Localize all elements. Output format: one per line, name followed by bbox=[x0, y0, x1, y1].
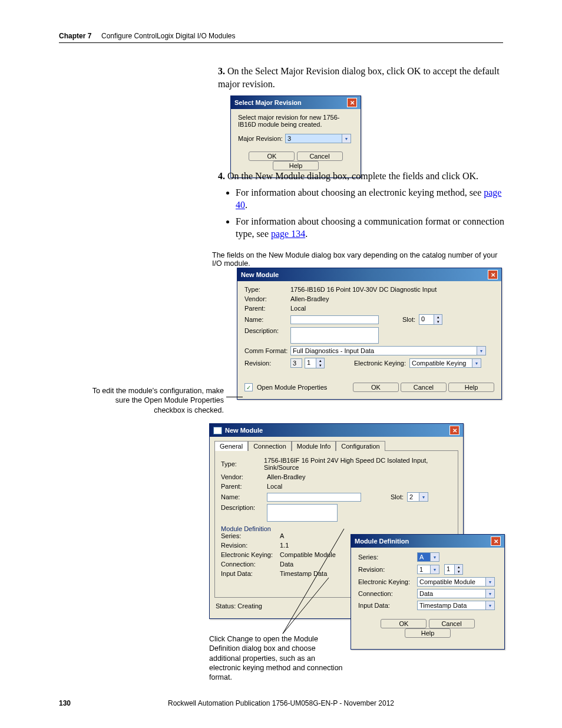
type-label: Type: bbox=[244, 286, 290, 293]
bullet-item: For information about choosing an electr… bbox=[236, 186, 507, 212]
step-text: On the New Module dialog box, complete t… bbox=[227, 171, 478, 181]
series-dropdown[interactable]: A ▾ bbox=[417, 552, 439, 562]
step-number: 4. bbox=[218, 171, 225, 181]
series-label: Series: bbox=[358, 554, 417, 561]
dialog-titlebar: Select Major Revision ✕ bbox=[231, 96, 361, 109]
name-label: Name: bbox=[221, 493, 267, 500]
vendor-value: Allen-Bradley bbox=[290, 295, 329, 302]
chevron-down-icon: ▾ bbox=[485, 578, 494, 586]
chapter-title: Configure ControlLogix Digital I/O Modul… bbox=[101, 32, 235, 40]
input-data-label: Input Data: bbox=[358, 602, 417, 609]
name-input[interactable] bbox=[290, 315, 379, 324]
connection-dropdown[interactable]: Data ▾ bbox=[417, 589, 495, 598]
ok-button[interactable]: OK bbox=[381, 619, 427, 628]
chevron-down-icon: ▾ bbox=[455, 569, 462, 574]
revision-minor-value: 1 bbox=[305, 358, 316, 368]
revision-minor-spinner[interactable]: 1 ▴▾ bbox=[444, 564, 463, 575]
dialog-titlebar: New Module ✕ bbox=[210, 424, 463, 437]
dialog-titlebar: Module Definition ✕ bbox=[351, 535, 504, 548]
dialog-message: Select major revision for new 1756-IB16D… bbox=[238, 114, 353, 128]
vendor-value: Allen-Bradley bbox=[267, 473, 305, 480]
chevron-up-icon: ▴ bbox=[316, 358, 324, 363]
input-data-dropdown[interactable]: Timestamp Data ▾ bbox=[417, 601, 495, 610]
parent-label: Parent: bbox=[244, 305, 290, 312]
electronic-keying-dropdown[interactable]: Compatible Keying ▾ bbox=[409, 358, 481, 368]
close-icon[interactable]: ✕ bbox=[449, 426, 459, 435]
series-label: Series: bbox=[221, 532, 280, 539]
electronic-keying-label: Electronic Keying: bbox=[354, 360, 406, 367]
ek-value: Compatible Module bbox=[280, 551, 336, 558]
ok-button[interactable]: OK bbox=[353, 383, 399, 392]
slot-spinner[interactable]: 0 ▴▾ bbox=[419, 314, 442, 325]
annotation-change-button: Click Change to open the Module Definiti… bbox=[209, 634, 348, 682]
input-data-value: Timestamp Data bbox=[418, 601, 485, 610]
help-button[interactable]: Help bbox=[405, 628, 451, 638]
chevron-up-icon: ▴ bbox=[434, 315, 442, 319]
vendor-label: Vendor: bbox=[221, 473, 267, 480]
help-button[interactable]: Help bbox=[273, 161, 319, 170]
name-input[interactable] bbox=[267, 493, 361, 502]
parent-value: Local bbox=[290, 305, 306, 312]
slot-dropdown[interactable]: 2 ▾ bbox=[407, 492, 428, 502]
comm-format-dropdown[interactable]: Full Diagnostics - Input Data ▾ bbox=[290, 346, 486, 355]
ok-button[interactable]: OK bbox=[249, 151, 295, 161]
cancel-button[interactable]: Cancel bbox=[429, 619, 475, 628]
major-revision-dropdown[interactable]: 3 ▾ bbox=[285, 134, 351, 143]
dialog-title: Select Major Revision bbox=[234, 99, 302, 106]
parent-label: Parent: bbox=[221, 483, 267, 490]
step-4: 4. On the New Module dialog box, complet… bbox=[218, 170, 507, 244]
tab-connection[interactable]: Connection bbox=[248, 441, 292, 451]
description-input[interactable] bbox=[267, 504, 338, 522]
revision-major-dropdown[interactable]: 1 ▾ bbox=[417, 565, 439, 574]
module-definition-dialog: Module Definition ✕ Series: A ▾ Revision… bbox=[351, 534, 505, 650]
note-fields-vary: The fields on the New Module dialog box … bbox=[212, 251, 507, 268]
step-number: 3. bbox=[218, 66, 225, 76]
ek-dropdown[interactable]: Compatible Module ▾ bbox=[417, 577, 495, 587]
chevron-down-icon: ▾ bbox=[472, 359, 481, 367]
type-label: Type: bbox=[221, 460, 264, 467]
chevron-down-icon: ▾ bbox=[316, 363, 324, 368]
annotation-line bbox=[226, 397, 243, 397]
annotation-open-properties: To edit the module's configuration, make… bbox=[88, 386, 224, 415]
revision-major: 3 bbox=[290, 358, 302, 368]
page-header: Chapter 7 Configure ControlLogix Digital… bbox=[59, 32, 503, 43]
major-revision-label: Major Revision: bbox=[238, 135, 285, 142]
new-module-dialog-1: New Module ✕ Type:1756-IB16D 16 Point 10… bbox=[237, 268, 502, 400]
cancel-button[interactable]: Cancel bbox=[401, 383, 447, 392]
name-label: Name: bbox=[244, 316, 290, 323]
step-text: On the Select Major Revision dialog box,… bbox=[218, 66, 500, 89]
connection-label: Connection: bbox=[221, 561, 280, 568]
revision-label: Revision: bbox=[221, 542, 280, 549]
revision-value: 1.1 bbox=[280, 542, 289, 549]
chevron-down-icon: ▾ bbox=[342, 134, 351, 143]
chevron-down-icon: ▾ bbox=[477, 347, 485, 355]
connection-value: Data bbox=[418, 589, 485, 598]
input-data-value: Timestamp Data bbox=[280, 570, 327, 577]
tab-configuration[interactable]: Configuration bbox=[336, 441, 385, 451]
ek-label: Electronic Keying: bbox=[358, 578, 417, 585]
ek-value: Compatible Keying bbox=[410, 359, 472, 367]
revision-minor-value: 1 bbox=[444, 564, 455, 575]
module-definition-group: Module Definition bbox=[221, 525, 452, 532]
tab-module-info[interactable]: Module Info bbox=[292, 441, 336, 451]
slot-label: Slot: bbox=[402, 316, 415, 323]
comm-format-value: Full Diagnostics - Input Data bbox=[291, 347, 477, 355]
revision-label: Revision: bbox=[244, 360, 290, 367]
description-label: Description: bbox=[244, 327, 290, 334]
chevron-down-icon: ▾ bbox=[434, 319, 442, 324]
close-icon[interactable]: ✕ bbox=[488, 270, 498, 279]
help-button[interactable]: Help bbox=[448, 383, 494, 392]
open-module-properties-checkbox[interactable]: ✓ bbox=[244, 383, 253, 391]
tab-general[interactable]: General bbox=[214, 441, 248, 451]
vendor-label: Vendor: bbox=[244, 295, 290, 302]
page-134-link[interactable]: page 134 bbox=[271, 229, 305, 239]
revision-major-value: 1 bbox=[418, 565, 430, 574]
slot-value: 2 bbox=[408, 493, 419, 501]
connection-value: Data bbox=[280, 561, 293, 568]
cancel-button[interactable]: Cancel bbox=[297, 151, 343, 161]
close-icon[interactable]: ✕ bbox=[347, 98, 357, 107]
description-input[interactable] bbox=[290, 327, 379, 344]
revision-minor-spinner[interactable]: 1 ▴▾ bbox=[305, 358, 325, 368]
close-icon[interactable]: ✕ bbox=[491, 536, 501, 546]
revision-label: Revision: bbox=[358, 566, 417, 573]
